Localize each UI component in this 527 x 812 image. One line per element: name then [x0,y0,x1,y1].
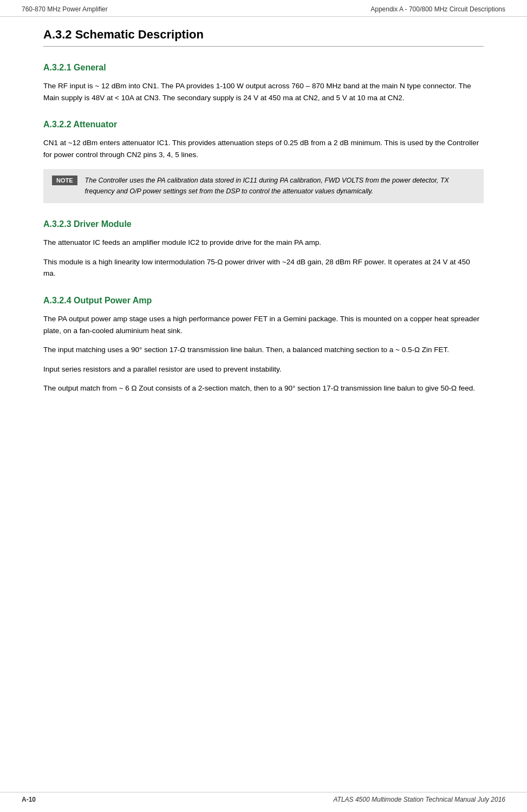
page-footer: A-10 ATLAS 4500 Multimode Station Techni… [0,792,527,807]
section-a324-para-2: Input series resistors and a parallel re… [43,363,484,375]
section-a322-title: A.3.2.2 Attenuator [43,120,484,129]
main-content: A.3.2 Schematic Description A.3.2.1 Gene… [0,17,527,443]
section-a324-para-3: The output match from ~ 6 Ω Zout consist… [43,382,484,394]
section-a322-para-0: CN1 at ~12 dBm enters attenuator IC1. Th… [43,137,484,160]
section-a324-para-0: The PA output power amp stage uses a hig… [43,313,484,336]
section-a321-title: A.3.2.1 General [43,63,484,73]
note-box: NOTE The Controller uses the PA calibrat… [43,169,484,203]
section-a324-title: A.3.2.4 Output Power Amp [43,296,484,306]
section-a324-para-1: The input matching uses a 90° section 17… [43,344,484,356]
section-a323-para-1: This module is a high linearity low inte… [43,256,484,280]
section-a323-title: A.3.2.3 Driver Module [43,219,484,229]
footer-document-info: ATLAS 4500 Multimode Station Technical M… [333,796,505,803]
section-a321: A.3.2.1 General The RF input is ~ 12 dBm… [43,63,484,103]
note-text: The Controller uses the PA calibration d… [85,176,475,197]
section-a322: A.3.2.2 Attenuator CN1 at ~12 dBm enters… [43,120,484,203]
page-header: 760-870 MHz Power Amplifier Appendix A -… [0,0,527,17]
section-a324: A.3.2.4 Output Power Amp The PA output p… [43,296,484,394]
section-title: A.3.2 Schematic Description [43,28,484,47]
footer-page-number: A-10 [22,796,36,803]
section-a323-para-0: The attenuator IC feeds an amplifier mod… [43,237,484,249]
section-a321-para-0: The RF input is ~ 12 dBm into CN1. The P… [43,80,484,103]
section-a323: A.3.2.3 Driver Module The attenuator IC … [43,219,484,280]
header-left: 760-870 MHz Power Amplifier [22,5,108,13]
header-right: Appendix A - 700/800 MHz Circuit Descrip… [370,5,505,13]
note-label: NOTE [52,176,77,185]
